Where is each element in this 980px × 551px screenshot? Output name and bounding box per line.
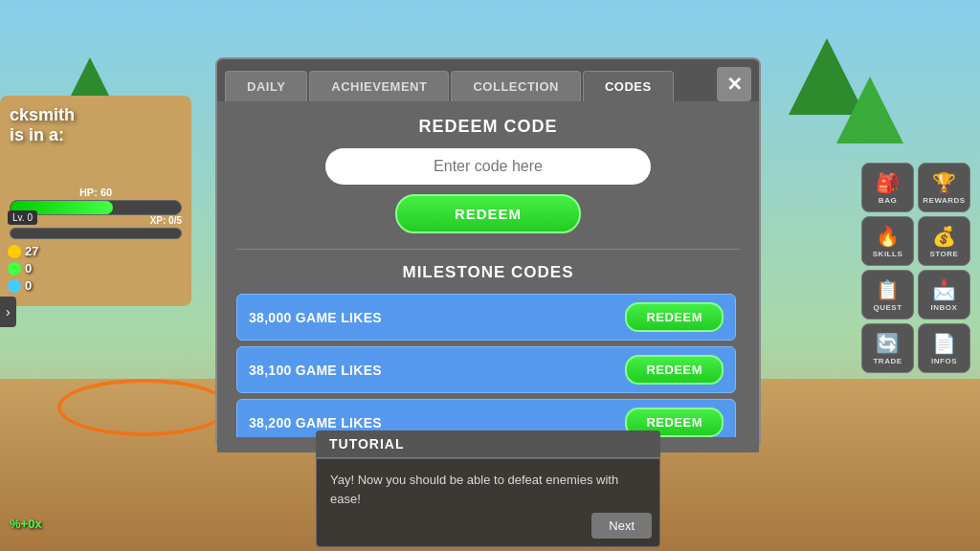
tutorial-box: TUTORIAL Yay! Now you should be able to … xyxy=(316,430,660,547)
trade-icon: 🔄 xyxy=(876,332,900,355)
coin-icon xyxy=(8,245,21,258)
divider xyxy=(236,249,740,250)
percent-text: %+0x xyxy=(10,517,42,531)
crystal-stat: 0 xyxy=(8,278,38,293)
tab-bar: DAILY ACHIEVEMENT COLLECTION CODES ✕ xyxy=(217,59,759,101)
crystal-value: 0 xyxy=(25,278,32,293)
modal-body: REDEEM CODE REDEEM MILESTONE CODES 38,00… xyxy=(217,101,759,452)
inbox-icon: 📩 xyxy=(932,278,956,301)
milestone-redeem-btn-1[interactable]: REDEEM xyxy=(625,355,724,385)
hud-right: 🎒 BAG 🏆 REWARDS 🔥 SKILLS 💰 STORE 📋 QUEST… xyxy=(861,163,970,373)
hud-btn-infos[interactable]: 📄 INFOS xyxy=(918,323,970,373)
hud-btn-bag[interactable]: 🎒 BAG xyxy=(861,163,914,212)
tab-codes[interactable]: CODES xyxy=(583,71,674,101)
infos-icon: 📄 xyxy=(932,332,956,355)
milestone-redeem-btn-0[interactable]: REDEEM xyxy=(625,302,724,332)
diamond-icon xyxy=(8,262,21,276)
code-input[interactable] xyxy=(325,148,651,185)
infos-label: INFOS xyxy=(931,357,957,365)
tutorial-next-button[interactable]: Next xyxy=(591,513,652,539)
milestone-label-0: 38,000 GAME LIKES xyxy=(249,310,382,325)
hud-btn-skills[interactable]: 🔥 SKILLS xyxy=(861,216,914,266)
tab-achievement[interactable]: ACHIEVEMENT xyxy=(309,71,449,101)
trade-label: TRADE xyxy=(873,357,902,365)
inbox-label: INBOX xyxy=(931,303,958,312)
level-badge: Lv. 0 xyxy=(8,210,37,225)
milestone-title: MILESTONE CODES xyxy=(236,263,740,282)
diamond-value: 0 xyxy=(25,261,32,276)
code-input-wrapper xyxy=(236,148,740,185)
diamond-stat: 0 xyxy=(8,261,38,276)
skills-icon: 🔥 xyxy=(876,225,900,248)
tab-collection[interactable]: COLLECTION xyxy=(451,71,581,101)
hud-btn-store[interactable]: 💰 STORE xyxy=(918,216,970,266)
coins-stat: 27 xyxy=(8,244,38,258)
tutorial-text: Yay! Now you should be able to defeat en… xyxy=(330,471,646,508)
tutorial-header: TUTORIAL xyxy=(316,430,660,458)
tab-daily[interactable]: DAILY xyxy=(225,71,307,101)
modal-close-button[interactable]: ✕ xyxy=(717,67,751,101)
crystal-icon xyxy=(8,279,21,293)
skills-label: SKILLS xyxy=(873,250,902,258)
percent-indicator: %+0x xyxy=(10,515,42,532)
coins-value: 27 xyxy=(25,244,38,258)
tutorial-body: Yay! Now you should be able to defeat en… xyxy=(316,458,660,547)
player-stats: 27 0 0 xyxy=(8,244,38,296)
redeem-button[interactable]: REDEEM xyxy=(395,194,581,233)
xp-bar xyxy=(10,228,182,239)
codes-modal: DAILY ACHIEVEMENT COLLECTION CODES ✕ RED… xyxy=(215,57,761,450)
milestone-item-1: 38,100 GAME LIKES REDEEM xyxy=(236,346,736,393)
milestone-label-1: 38,100 GAME LIKES xyxy=(249,363,382,378)
ring-effect xyxy=(57,379,230,436)
sign-line1: cksmith xyxy=(10,105,182,125)
quest-icon: 📋 xyxy=(876,278,900,301)
redeem-title: REDEEM CODE xyxy=(236,117,740,137)
store-label: STORE xyxy=(930,250,959,258)
hud-btn-rewards[interactable]: 🏆 REWARDS xyxy=(918,163,970,212)
side-arrow-button[interactable]: › xyxy=(0,297,16,327)
rewards-icon: 🏆 xyxy=(932,171,956,194)
store-icon: 💰 xyxy=(932,225,956,248)
bag-label: BAG xyxy=(879,196,897,205)
quest-label: QUEST xyxy=(873,303,902,312)
hp-label: HP: 60 xyxy=(10,187,182,198)
sign-line2: is in a: xyxy=(10,125,182,145)
bag-icon: 🎒 xyxy=(876,171,900,194)
milestone-item-0: 38,000 GAME LIKES REDEEM xyxy=(236,294,736,341)
hud-btn-quest[interactable]: 📋 QUEST xyxy=(861,270,914,320)
hud-btn-trade[interactable]: 🔄 TRADE xyxy=(861,323,914,373)
hud-grid: 🎒 BAG 🏆 REWARDS 🔥 SKILLS 💰 STORE 📋 QUEST… xyxy=(861,163,970,373)
hud-btn-inbox[interactable]: 📩 INBOX xyxy=(918,270,970,320)
milestone-list: 38,000 GAME LIKES REDEEM 38,100 GAME LIK… xyxy=(236,294,740,437)
rewards-label: REWARDS xyxy=(923,196,965,205)
milestone-label-2: 38,200 GAME LIKES xyxy=(249,415,382,430)
